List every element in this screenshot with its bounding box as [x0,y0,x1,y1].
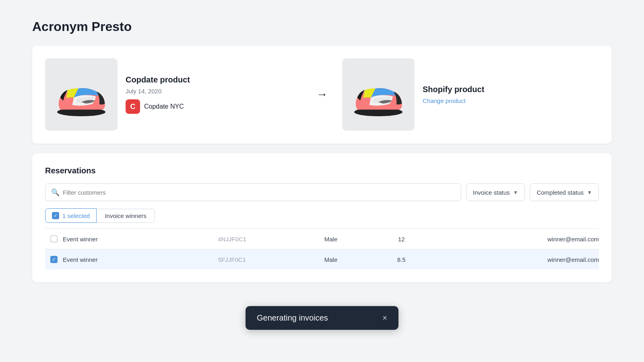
brand-row: C Copdate NYC [126,99,190,114]
table-row: Event winner 4NJJF0C1 Male 12 winner@ema… [45,229,599,249]
completed-status-dropdown[interactable]: Completed status ▼ [530,183,599,201]
row-1-checkbox-wrapper[interactable] [45,235,63,243]
row-2-checkbox[interactable]: ✓ [50,256,58,263]
reservations-card: Reservations 🔍 Invoice status ▼ Complete… [32,153,612,282]
selected-badge[interactable]: ✓ 1 selected [45,208,97,223]
shopify-shoe-svg [348,68,409,121]
selected-count: 1 selected [62,212,90,219]
row-1-email: winner@email.com [429,236,599,243]
row-1-checkbox[interactable] [50,235,58,243]
invoice-winners-button[interactable]: Invoice winners [97,209,155,223]
arrow-right-icon: → [316,88,328,101]
invoice-status-chevron: ▼ [513,189,518,195]
reservations-title: Reservations [45,166,599,175]
row-2-name: Event winner [63,256,175,263]
product-card: Copdate product July 14, 2020 C Copdate … [32,45,612,144]
selection-bar: ✓ 1 selected Invoice winners [45,208,599,229]
row-2-code: 5FJJF0C1 [175,256,288,263]
toast-notification: Generating invoices × [246,306,398,330]
toast-message: Generating invoices [257,313,328,323]
copdate-product-image [45,58,118,131]
copdate-shoe-svg [51,68,111,121]
table-row: ✓ Event winner 5FJJF0C1 Male 8.5 winner@… [45,249,599,269]
completed-status-label: Completed status [537,189,584,196]
shopify-product-info: Shopify product Change product [423,85,484,104]
toast-close-button[interactable]: × [382,313,387,323]
row-1-code: 4NJJF0C1 [175,236,288,243]
copdate-product-info: Copdate product July 14, 2020 C Copdate … [126,75,190,114]
shopify-product-label: Shopify product [423,85,484,94]
shopify-product-box: Shopify product Change product [342,58,599,131]
row-2-size: 8.5 [373,256,429,263]
row-2-email: winner@email.com [429,256,599,263]
shopify-product-image [342,58,415,131]
row-2-checkbox-wrapper[interactable]: ✓ [45,256,63,263]
page-title: Acronym Presto [32,19,612,34]
select-all-checkbox[interactable]: ✓ [52,212,59,219]
invoice-status-dropdown[interactable]: Invoice status ▼ [466,183,525,201]
filter-row: 🔍 Invoice status ▼ Completed status ▼ [45,183,599,201]
arrow-section: → [302,88,342,101]
row-1-size: 12 [373,236,429,243]
row-1-gender: Male [289,236,373,243]
copdate-product-label: Copdate product [126,75,190,84]
table-body: Event winner 4NJJF0C1 Male 12 winner@ema… [45,229,599,269]
invoice-status-label: Invoice status [473,189,510,196]
search-input[interactable] [63,189,455,196]
copdate-product-date: July 14, 2020 [126,88,190,95]
copdate-product-box: Copdate product July 14, 2020 C Copdate … [45,58,302,131]
brand-name: Copdate NYC [144,103,184,110]
row-2-gender: Male [289,256,373,263]
search-wrapper: 🔍 [45,183,461,201]
search-icon: 🔍 [51,188,60,197]
change-product-link[interactable]: Change product [423,97,484,104]
row-1-name: Event winner [63,236,175,243]
copdate-brand-icon: C [126,99,140,114]
completed-status-chevron: ▼ [587,189,592,195]
